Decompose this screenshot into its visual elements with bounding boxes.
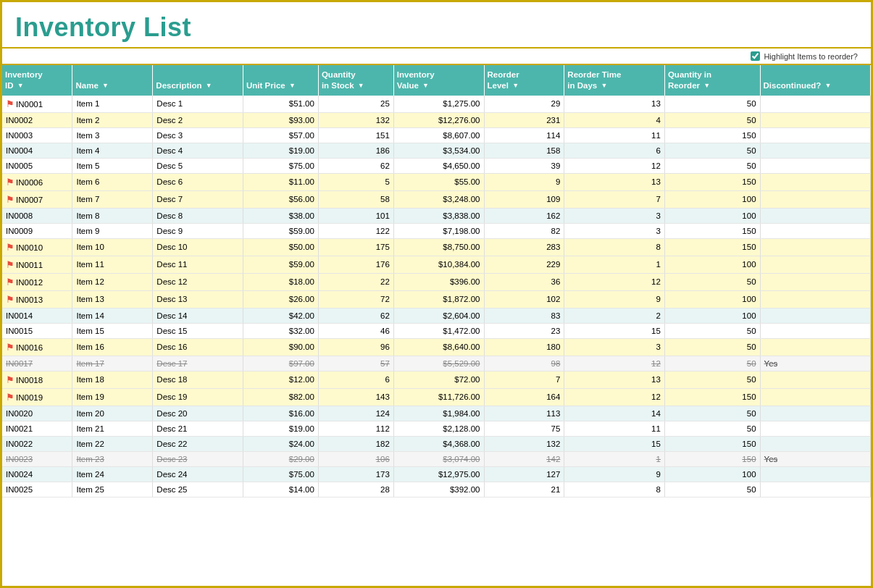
- cell-id: ⚑IN0013: [2, 290, 72, 308]
- cell-reorderlevel: 180: [484, 338, 564, 356]
- cell-invvalue: $12,276.00: [393, 112, 484, 127]
- cell-name: Item 5: [72, 158, 153, 173]
- table-row: IN0014Item 14Desc 14$42.0062$2,604.00832…: [2, 308, 871, 323]
- cell-invvalue: $2,128.00: [393, 421, 484, 436]
- cell-invvalue: $7,198.00: [393, 223, 484, 238]
- cell-qtystock: 6: [318, 371, 393, 388]
- cell-name: Item 6: [72, 173, 153, 190]
- cell-unitprice: $12.00: [243, 371, 319, 388]
- cell-desc: Desc 11: [153, 256, 243, 273]
- cell-reordertime: 15: [564, 323, 665, 338]
- cell-unitprice: $26.00: [243, 290, 319, 308]
- cell-reordertime: 9: [564, 466, 665, 482]
- col-header-desc[interactable]: Description ▼: [153, 65, 243, 96]
- cell-invvalue: $3,248.00: [393, 190, 484, 208]
- table-row: ⚑IN0013Item 13Desc 13$26.0072$1,872.0010…: [2, 290, 871, 308]
- cell-desc: Desc 19: [153, 388, 243, 406]
- col-header-qtystock[interactable]: Quantityin Stock ▼: [318, 65, 393, 96]
- table-row: IN0015Item 15Desc 15$32.0046$1,472.00231…: [2, 323, 871, 338]
- col-header-qtyreorder[interactable]: Quantity inReorder ▼: [664, 65, 760, 96]
- cell-qtystock: 124: [318, 406, 393, 421]
- cell-qtyreorder: 100: [664, 256, 760, 273]
- cell-discontinued: [760, 143, 870, 158]
- cell-unitprice: $82.00: [243, 388, 319, 406]
- table-row: IN0024Item 24Desc 24$75.00173$12,975.001…: [2, 466, 871, 482]
- cell-discontinued: [760, 127, 870, 143]
- cell-name: Item 20: [72, 406, 153, 421]
- cell-id: IN0022: [2, 436, 72, 451]
- cell-qtyreorder: 100: [664, 466, 760, 482]
- table-row: ⚑IN0019Item 19Desc 19$82.00143$11,726.00…: [2, 388, 871, 406]
- cell-reordertime: 4: [564, 112, 665, 127]
- cell-id: IN0020: [2, 406, 72, 421]
- cell-reorderlevel: 82: [484, 223, 564, 238]
- cell-id: IN0017: [2, 356, 72, 371]
- cell-name: Item 24: [72, 466, 153, 482]
- cell-name: Item 9: [72, 223, 153, 238]
- cell-desc: Desc 4: [153, 143, 243, 158]
- cell-qtyreorder: 50: [664, 356, 760, 371]
- cell-discontinued: [760, 371, 870, 388]
- cell-desc: Desc 15: [153, 323, 243, 338]
- col-header-id[interactable]: InventoryID ▼: [2, 65, 72, 96]
- cell-desc: Desc 17: [153, 356, 243, 371]
- cell-desc: Desc 20: [153, 406, 243, 421]
- cell-qtystock: 58: [318, 190, 393, 208]
- cell-invvalue: $1,872.00: [393, 290, 484, 308]
- cell-name: Item 15: [72, 323, 153, 338]
- cell-qtyreorder: 100: [664, 208, 760, 223]
- cell-invvalue: $2,604.00: [393, 308, 484, 323]
- cell-unitprice: $19.00: [243, 421, 319, 436]
- cell-reordertime: 12: [564, 388, 665, 406]
- cell-reordertime: 3: [564, 223, 665, 238]
- col-header-unitprice[interactable]: Unit Price ▼: [243, 65, 319, 96]
- cell-id: ⚑IN0001: [2, 96, 72, 113]
- cell-unitprice: $18.00: [243, 273, 319, 290]
- cell-reordertime: 13: [564, 173, 665, 190]
- cell-desc: Desc 6: [153, 173, 243, 190]
- col-header-invvalue[interactable]: InventoryValue ▼: [393, 65, 484, 96]
- cell-reordertime: 11: [564, 127, 665, 143]
- col-header-reordertime[interactable]: Reorder Timein Days ▼: [564, 65, 665, 96]
- cell-desc: Desc 24: [153, 466, 243, 482]
- cell-invvalue: $1,984.00: [393, 406, 484, 421]
- cell-qtystock: 186: [318, 143, 393, 158]
- flag-icon: ⚑: [6, 392, 14, 403]
- cell-qtyreorder: 50: [664, 96, 760, 113]
- cell-unitprice: $24.00: [243, 436, 319, 451]
- cell-qtystock: 132: [318, 112, 393, 127]
- cell-reordertime: 7: [564, 190, 665, 208]
- page-title: Inventory List: [2, 5, 871, 47]
- cell-discontinued: [760, 238, 870, 256]
- col-header-name[interactable]: Name ▼: [72, 65, 153, 96]
- cell-unitprice: $38.00: [243, 208, 319, 223]
- cell-discontinued: [760, 482, 870, 497]
- cell-qtyreorder: 50: [664, 338, 760, 356]
- cell-desc: Desc 12: [153, 273, 243, 290]
- highlight-text: Highlight Items to reorder?: [764, 52, 858, 61]
- cell-id: ⚑IN0010: [2, 238, 72, 256]
- cell-reordertime: 11: [564, 421, 665, 436]
- cell-unitprice: $16.00: [243, 406, 319, 421]
- cell-qtystock: 176: [318, 256, 393, 273]
- table-row: IN0008Item 8Desc 8$38.00101$3,838.001623…: [2, 208, 871, 223]
- cell-desc: Desc 1: [153, 96, 243, 113]
- highlight-label[interactable]: Highlight Items to reorder?: [751, 51, 858, 61]
- cell-invvalue: $10,384.00: [393, 256, 484, 273]
- cell-desc: Desc 16: [153, 338, 243, 356]
- cell-invvalue: $8,640.00: [393, 338, 484, 356]
- cell-name: Item 7: [72, 190, 153, 208]
- table-wrapper: InventoryID ▼ Name ▼ Description ▼ Unit …: [2, 65, 871, 497]
- cell-discontinued: [760, 190, 870, 208]
- table-row: IN0020Item 20Desc 20$16.00124$1,984.0011…: [2, 406, 871, 421]
- table-row: IN0005Item 5Desc 5$75.0062$4,650.0039125…: [2, 158, 871, 173]
- col-header-reorderlevel[interactable]: ReorderLevel ▼: [484, 65, 564, 96]
- cell-reorderlevel: 23: [484, 323, 564, 338]
- cell-discontinued: [760, 466, 870, 482]
- cell-name: Item 14: [72, 308, 153, 323]
- cell-discontinued: Yes: [760, 451, 870, 466]
- highlight-checkbox[interactable]: [751, 51, 760, 61]
- cell-desc: Desc 14: [153, 308, 243, 323]
- col-header-discontinued[interactable]: Discontinued? ▼: [760, 65, 870, 96]
- cell-id: ⚑IN0006: [2, 173, 72, 190]
